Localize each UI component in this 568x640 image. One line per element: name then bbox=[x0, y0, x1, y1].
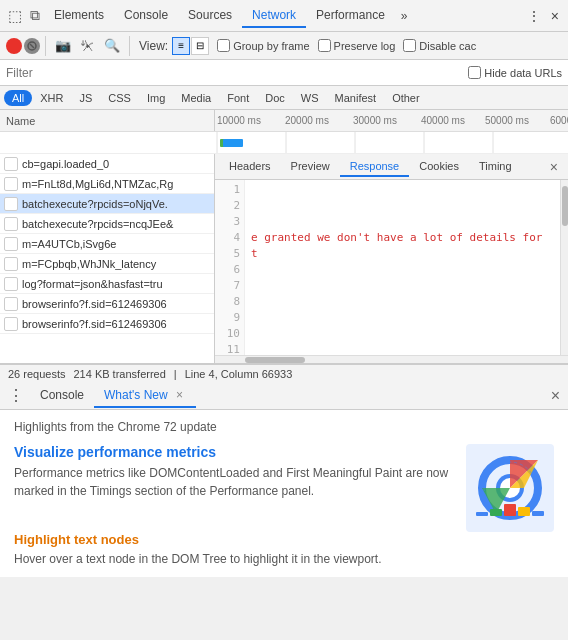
tab-overflow[interactable]: » bbox=[395, 5, 414, 27]
type-filter-bar: All XHR JS CSS Img Media Font Doc WS Man… bbox=[0, 86, 568, 110]
request-icon bbox=[4, 197, 18, 211]
disable-cache-label[interactable]: Disable cac bbox=[419, 40, 476, 52]
response-close-button[interactable]: × bbox=[544, 157, 564, 177]
filter-bar: Hide data URLs bbox=[0, 60, 568, 86]
bottom-tabs-bar: ⋮ Console What's New × × bbox=[0, 382, 568, 410]
tab-timing[interactable]: Timing bbox=[469, 157, 522, 177]
view-large-icon[interactable]: ⊟ bbox=[191, 37, 209, 55]
vertical-scrollbar-thumb[interactable] bbox=[562, 186, 568, 226]
type-btn-xhr[interactable]: XHR bbox=[32, 90, 71, 106]
status-separator: | bbox=[174, 368, 177, 380]
requests-list[interactable]: cb=gapi.loaded_0 m=FnLt8d,MgLi6d,NTMZac,… bbox=[0, 154, 215, 363]
type-btn-other[interactable]: Other bbox=[384, 90, 428, 106]
cursor-icon[interactable]: ⬚ bbox=[4, 5, 26, 27]
request-name: log?format=json&hasfast=tru bbox=[22, 278, 210, 290]
type-btn-js[interactable]: JS bbox=[71, 90, 100, 106]
bottom-content: Highlights from the Chrome 72 update Vis… bbox=[0, 410, 568, 577]
request-icon bbox=[4, 277, 18, 291]
cursor-position: Line 4, Column 66933 bbox=[185, 368, 293, 380]
type-btn-ws[interactable]: WS bbox=[293, 90, 327, 106]
more-icon[interactable]: ⋮ bbox=[522, 6, 546, 26]
stop-button[interactable] bbox=[24, 38, 40, 54]
tab-bottom-console[interactable]: Console bbox=[30, 384, 94, 408]
type-btn-all[interactable]: All bbox=[4, 90, 32, 106]
svg-rect-15 bbox=[490, 509, 502, 516]
transferred-size: 214 KB transferred bbox=[73, 368, 165, 380]
filter-input[interactable] bbox=[6, 66, 462, 80]
hide-urls-group: Hide data URLs bbox=[468, 66, 562, 79]
request-name: m=FnLt8d,MgLi6d,NTMZac,Rg bbox=[22, 178, 210, 190]
main-split: cb=gapi.loaded_0 m=FnLt8d,MgLi6d,NTMZac,… bbox=[0, 154, 568, 364]
type-btn-css[interactable]: CSS bbox=[100, 90, 139, 106]
request-name: batchexecute?rpcids=oNjqVe. bbox=[22, 198, 210, 210]
request-name: browserinfo?f.sid=612469306 bbox=[22, 318, 210, 330]
tab-performance[interactable]: Performance bbox=[306, 4, 395, 28]
visualize-section: Visualize performance metrics Performanc… bbox=[14, 444, 554, 532]
tick-1: 10000 ms bbox=[217, 115, 261, 126]
line-numbers: 12345 678910 111213 bbox=[215, 180, 245, 355]
request-name: cb=gapi.loaded_0 bbox=[22, 158, 210, 170]
view-list-icon[interactable]: ≡ bbox=[172, 37, 190, 55]
tab-cookies[interactable]: Cookies bbox=[409, 157, 469, 177]
type-btn-media[interactable]: Media bbox=[173, 90, 219, 106]
request-row[interactable]: m=FCpbqb,WhJNk_latency bbox=[0, 254, 214, 274]
hide-urls-checkbox[interactable] bbox=[468, 66, 481, 79]
response-code[interactable]: e granted we don't have a lot of details… bbox=[245, 180, 560, 355]
whats-new-close[interactable]: × bbox=[173, 387, 186, 403]
tab-bottom-whats-new[interactable]: What's New × bbox=[94, 384, 196, 408]
request-icon bbox=[4, 157, 18, 171]
tick-2: 20000 ms bbox=[285, 115, 329, 126]
tab-network[interactable]: Network bbox=[242, 4, 306, 28]
tab-console[interactable]: Console bbox=[114, 4, 178, 28]
preserve-log-checkbox[interactable] bbox=[318, 39, 331, 52]
request-icon bbox=[4, 177, 18, 191]
request-row-selected[interactable]: batchexecute?rpcids=oNjqVe. bbox=[0, 194, 214, 214]
preserve-log-label[interactable]: Preserve log bbox=[334, 40, 396, 52]
request-name: batchexecute?rpcids=ncqJEe& bbox=[22, 218, 210, 230]
highlight-section: Highlight text nodes Hover over a text n… bbox=[14, 532, 554, 568]
visualize-title: Visualize performance metrics bbox=[14, 444, 456, 460]
hide-urls-label[interactable]: Hide data URLs bbox=[484, 67, 562, 79]
request-icon bbox=[4, 257, 18, 271]
tab-preview[interactable]: Preview bbox=[281, 157, 340, 177]
horizontal-scrollbar[interactable] bbox=[215, 355, 568, 363]
group-by-frame-group: Group by frame bbox=[217, 39, 309, 52]
request-count: 26 requests bbox=[8, 368, 65, 380]
record-button[interactable] bbox=[6, 38, 22, 54]
disable-cache-checkbox[interactable] bbox=[403, 39, 416, 52]
device-icon[interactable]: ⧉ bbox=[26, 5, 44, 26]
filter-icon[interactable]: ⏧ bbox=[77, 36, 98, 55]
type-btn-doc[interactable]: Doc bbox=[257, 90, 293, 106]
tick-5: 50000 ms bbox=[485, 115, 529, 126]
highlight-desc: Hover over a text node in the DOM Tree t… bbox=[14, 550, 554, 568]
bottom-panel: ⋮ Console What's New × × Highlights from… bbox=[0, 382, 568, 577]
group-by-frame-checkbox[interactable] bbox=[217, 39, 230, 52]
request-row[interactable]: browserinfo?f.sid=612469306 bbox=[0, 294, 214, 314]
type-btn-font[interactable]: Font bbox=[219, 90, 257, 106]
preserve-log-group: Preserve log bbox=[318, 39, 396, 52]
tab-headers[interactable]: Headers bbox=[219, 157, 281, 177]
close-icon[interactable]: × bbox=[546, 6, 564, 26]
request-row[interactable]: browserinfo?f.sid=612469306 bbox=[0, 314, 214, 334]
search-icon[interactable]: 🔍 bbox=[100, 36, 124, 55]
network-toolbar: 📷 ⏧ 🔍 View: ≡ ⊟ Group by frame Preserve … bbox=[0, 32, 568, 60]
bottom-menu-icon[interactable]: ⋮ bbox=[8, 386, 24, 405]
request-row[interactable]: m=A4UTCb,iSvg6e bbox=[0, 234, 214, 254]
highlights-from: Highlights from the Chrome 72 update bbox=[14, 420, 554, 434]
camera-icon[interactable]: 📷 bbox=[51, 36, 75, 55]
svg-rect-18 bbox=[532, 511, 544, 516]
horizontal-scrollbar-thumb[interactable] bbox=[245, 357, 305, 363]
svg-rect-17 bbox=[518, 507, 530, 516]
request-row[interactable]: batchexecute?rpcids=ncqJEe& bbox=[0, 214, 214, 234]
group-by-frame-label[interactable]: Group by frame bbox=[233, 40, 309, 52]
tab-sources[interactable]: Sources bbox=[178, 4, 242, 28]
bottom-panel-close[interactable]: × bbox=[551, 387, 560, 405]
svg-rect-8 bbox=[223, 139, 243, 147]
tab-response[interactable]: Response bbox=[340, 157, 410, 177]
type-btn-img[interactable]: Img bbox=[139, 90, 173, 106]
tab-elements[interactable]: Elements bbox=[44, 4, 114, 28]
request-row[interactable]: m=FnLt8d,MgLi6d,NTMZac,Rg bbox=[0, 174, 214, 194]
type-btn-manifest[interactable]: Manifest bbox=[327, 90, 385, 106]
request-row[interactable]: log?format=json&hasfast=tru bbox=[0, 274, 214, 294]
request-row[interactable]: cb=gapi.loaded_0 bbox=[0, 154, 214, 174]
